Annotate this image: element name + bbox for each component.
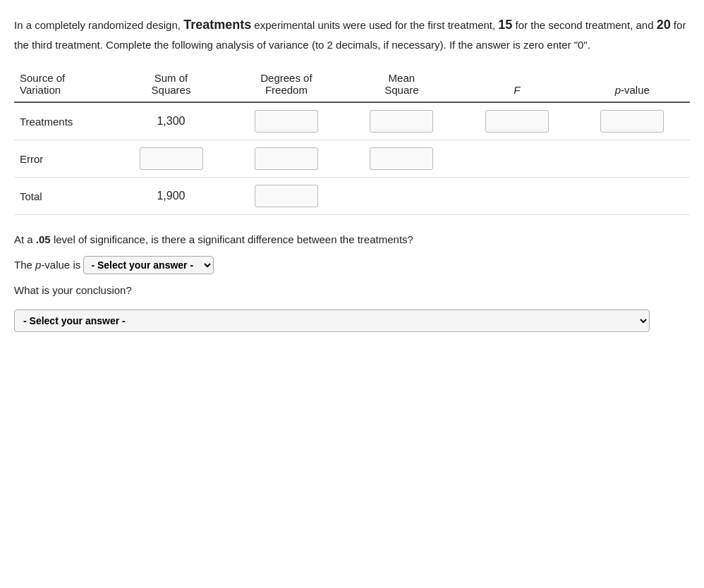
error-ss-cell[interactable] (114, 140, 229, 178)
treatments-df-cell[interactable] (229, 102, 344, 140)
table-row: Treatments 1,300 (14, 102, 690, 140)
error-df-input[interactable] (255, 147, 318, 170)
anova-table: Source ofVariation Sum ofSquares Degrees… (14, 68, 690, 215)
col-header-df: Degrees ofFreedom (229, 68, 344, 102)
treatments-f-input[interactable] (485, 110, 549, 133)
num3: 20 (657, 18, 671, 32)
treatments-ms-input[interactable] (370, 110, 433, 133)
row-label-error: Error (14, 140, 114, 178)
total-f-empty (459, 178, 574, 215)
error-ss-input[interactable] (140, 147, 203, 170)
total-pval-empty (575, 178, 690, 215)
error-pval-empty (575, 140, 690, 178)
col-header-pvalue: p-value (575, 68, 690, 102)
treatments-pval-cell[interactable] (575, 102, 690, 140)
col-header-ms: MeanSquare (344, 68, 459, 102)
total-ms-empty (344, 178, 459, 215)
treatments-pval-input[interactable] (600, 110, 664, 133)
pvalue-select[interactable]: - Select your answer - less than .01 bet… (83, 256, 214, 274)
p-italic-label: p (35, 259, 41, 271)
total-df-input[interactable] (255, 185, 318, 207)
significance-question: At a .05 level of significance, is there… (14, 229, 690, 250)
col-header-source: Source ofVariation (14, 68, 114, 102)
col-header-ss: Sum ofSquares (114, 68, 229, 102)
conclusion-row: - Select your answer - Conclude treatmen… (14, 307, 690, 332)
significance-section: At a .05 level of significance, is there… (14, 229, 690, 332)
error-df-cell[interactable] (229, 140, 344, 178)
alpha-value: .05 (36, 233, 51, 245)
conclusion-select[interactable]: - Select your answer - Conclude treatmen… (14, 310, 650, 332)
treatments-f-cell[interactable] (459, 102, 574, 140)
treatments-df-input[interactable] (255, 110, 318, 133)
num2: 15 (498, 18, 512, 32)
row-label-total: Total (14, 178, 114, 215)
total-ss-value: 1,900 (114, 178, 229, 215)
problem-text: In a completely randomized design, Treat… (14, 14, 690, 54)
num1: Treatments (183, 18, 251, 32)
error-ms-cell[interactable] (344, 140, 459, 178)
treatments-ms-cell[interactable] (344, 102, 459, 140)
treatments-ss-value: 1,300 (114, 102, 229, 140)
table-row: Total 1,900 (14, 178, 690, 215)
problem-container: In a completely randomized design, Treat… (14, 14, 690, 332)
table-row: Error (14, 140, 690, 178)
row-label-treatments: Treatments (14, 102, 114, 140)
total-df-cell[interactable] (229, 178, 344, 215)
error-ms-input[interactable] (370, 147, 433, 170)
col-header-f: F (459, 68, 574, 102)
pvalue-row: The p-value is - Select your answer - le… (14, 255, 690, 276)
conclusion-label: What is your conclusion? (14, 280, 690, 301)
error-f-empty (459, 140, 574, 178)
